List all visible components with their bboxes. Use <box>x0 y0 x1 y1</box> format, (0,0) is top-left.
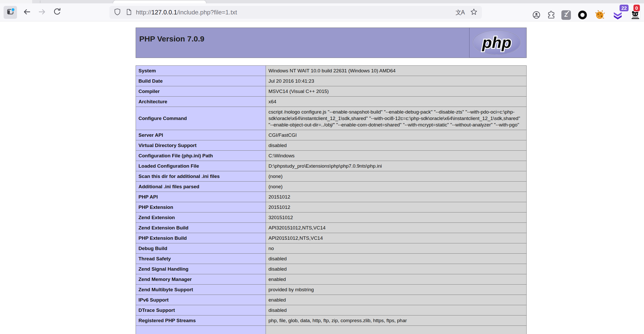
info-value: (none) <box>266 182 527 192</box>
info-value: 20151012 <box>266 192 527 202</box>
info-label: Virtual Directory Support <box>136 140 266 151</box>
info-value: no <box>266 243 527 254</box>
info-label: PHP API <box>136 192 266 202</box>
info-label: Configure Command <box>136 107 266 130</box>
reload-icon <box>53 7 62 17</box>
table-row: PHP Extension 20151012 <box>136 202 527 212</box>
info-value: MSVC14 (Visual C++ 2015) <box>266 86 527 97</box>
info-value: php, file, glob, data, http, ftp, zip, c… <box>266 315 527 326</box>
puzzle-piece-icon <box>546 10 556 20</box>
extension-o-button[interactable] <box>577 10 588 20</box>
table-row: Virtual Directory Support disabled <box>136 140 527 151</box>
translate-icon[interactable]: 文A <box>456 10 464 15</box>
info-value: cscript /nologo configure.js "--enable-s… <box>266 107 527 130</box>
table-row: PHP API 20151012 <box>136 192 527 202</box>
info-value: (none) <box>266 171 527 182</box>
info-value: enabled <box>266 295 527 305</box>
background-tab-fragment[interactable] <box>0 0 32 3</box>
php-logo-text: php <box>482 33 511 51</box>
shield-icon[interactable] <box>114 8 121 17</box>
info-value: Jul 20 2016 10:41:23 <box>266 76 527 86</box>
url-text[interactable]: http://127.0.0.1/include.php?file=1.txt <box>136 9 453 16</box>
info-label: Zend Multibyte Support <box>136 285 266 295</box>
info-label: Architecture <box>136 97 266 107</box>
table-row: Zend Multibyte Support provided by mbstr… <box>136 285 527 295</box>
table-row: Thread Safety disabled <box>136 254 527 264</box>
info-label: Additional .ini files parsed <box>136 182 266 192</box>
extensions-button[interactable] <box>546 10 556 20</box>
info-label: Compiler <box>136 86 266 97</box>
info-label: Loaded Configuration File <box>136 161 266 171</box>
table-row: Zend Extension 320151012 <box>136 212 527 223</box>
extension-panda-badge: 0 <box>633 5 640 11</box>
info-value: 20151012 <box>266 202 527 212</box>
page-info-icon[interactable] <box>125 8 132 16</box>
info-label: Zend Extension <box>136 212 266 223</box>
notification-dot <box>11 8 15 12</box>
php-logo[interactable]: php <box>469 28 525 58</box>
info-value: disabled <box>266 140 527 151</box>
account-icon <box>532 10 541 20</box>
extension-purple-badge: 22 <box>620 5 629 11</box>
bookmark-star-icon[interactable] <box>470 8 478 17</box>
info-value: provided by mbstring <box>266 285 527 295</box>
back-button[interactable] <box>20 6 33 19</box>
table-row: Architecture x64 <box>136 97 527 107</box>
back-arrow-icon <box>22 7 31 17</box>
info-label: Zend Signal Handling <box>136 264 266 274</box>
browser-window: http://127.0.0.1/include.php?file=1.txt … <box>0 0 644 334</box>
extension-o-icon <box>578 11 587 19</box>
info-label: Zend Memory Manager <box>136 274 266 285</box>
info-value: CGI/FastCGI <box>266 130 527 140</box>
table-row: DTrace Support disabled <box>136 305 527 315</box>
forward-button[interactable] <box>36 6 49 19</box>
info-label: Configuration File (php.ini) Path <box>136 151 266 161</box>
extension-orange-button[interactable] <box>594 10 605 20</box>
table-row: Additional .ini files parsed (none) <box>136 182 527 192</box>
table-row: Build Date Jul 20 2016 10:41:23 <box>136 76 527 86</box>
table-row: Zend Signal Handling disabled <box>136 264 527 274</box>
info-value: disabled <box>266 254 527 264</box>
account-button[interactable] <box>531 10 542 20</box>
extension-z-icon: Z <box>561 10 571 20</box>
table-row: Zend Memory Manager enabled <box>136 274 527 285</box>
table-row: IPv6 Support enabled <box>136 295 527 305</box>
info-value: x64 <box>266 97 527 107</box>
info-value: disabled <box>266 264 527 274</box>
info-label: Build Date <box>136 76 266 86</box>
table-row: Compiler MSVC14 (Visual C++ 2015) <box>136 86 527 97</box>
info-label: Debug Build <box>136 243 266 254</box>
info-value: API320151012,NTS,VC14 <box>266 223 527 233</box>
info-label: Thread Safety <box>136 254 266 264</box>
url-scheme: http:// <box>136 9 151 16</box>
info-label: IPv6 Support <box>136 295 266 305</box>
forward-arrow-icon <box>38 7 47 17</box>
info-value: 320151012 <box>266 212 527 223</box>
url-path: /include.php?file=1.txt <box>177 9 237 16</box>
info-label: Zend Extension Build <box>136 223 266 233</box>
table-row: Registered PHP Streams php, file, glob, … <box>136 315 527 326</box>
table-row: PHP Extension Build API20151012,NTS,VC14 <box>136 233 527 243</box>
info-label: PHP Extension Build <box>136 233 266 243</box>
extension-orange-icon <box>595 10 605 20</box>
extension-z-button[interactable]: Z <box>561 10 571 20</box>
table-row: Configuration File (php.ini) Path C:\Win… <box>136 151 527 161</box>
extension-panda-icon <box>631 10 640 20</box>
info-value: enabled <box>266 274 527 285</box>
info-label: System <box>136 66 266 76</box>
reload-button[interactable] <box>50 6 64 19</box>
url-host: 127.0.0.1 <box>151 9 177 16</box>
phpinfo-table: System Windows NT WAIT 10.0 build 22631 … <box>136 65 527 334</box>
info-label: DTrace Support <box>136 305 266 315</box>
phpinfo-header: PHP Version 7.0.9 php <box>136 28 527 58</box>
url-bar[interactable]: http://127.0.0.1/include.php?file=1.txt … <box>109 6 482 19</box>
table-row-partial <box>136 326 527 334</box>
info-value: D:\phpstudy_pro\Extensions\php\php7.0.9n… <box>266 161 527 171</box>
info-label: PHP Extension <box>136 202 266 212</box>
table-row: Configure Command cscript /nologo config… <box>136 107 527 130</box>
info-label: Server API <box>136 130 266 140</box>
table-row: System Windows NT WAIT 10.0 build 22631 … <box>136 66 527 76</box>
page-title: PHP Version 7.0.9 <box>136 28 526 43</box>
table-row: Zend Extension Build API320151012,NTS,VC… <box>136 223 527 233</box>
firefox-view-button[interactable] <box>4 6 17 19</box>
